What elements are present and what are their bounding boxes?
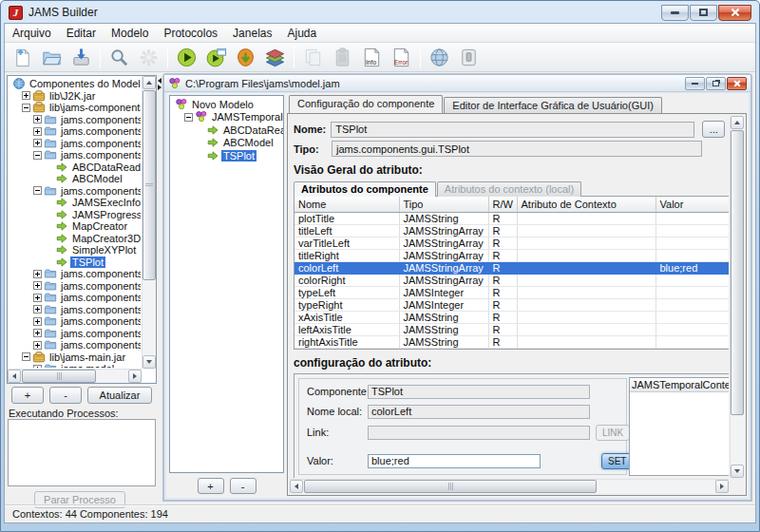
- expand-icon[interactable]: [33, 305, 42, 314]
- run-model-button[interactable]: [173, 45, 200, 70]
- tree-node[interactable]: MapCreator: [9, 220, 141, 233]
- table-row[interactable]: leftAxisTitleJAMSStringR: [294, 323, 729, 335]
- table-row[interactable]: colorRightJAMSStringArrayR: [294, 274, 729, 286]
- scroll-left-button[interactable]: [8, 370, 21, 383]
- error-log-button[interactable]: Error: [388, 45, 415, 70]
- expand-icon[interactable]: [33, 281, 42, 290]
- tree-node[interactable]: TSPlot: [9, 256, 141, 269]
- refresh-button[interactable]: Atualizar: [87, 387, 152, 404]
- model-add-button[interactable]: +: [198, 478, 224, 494]
- column-header-atributo-de-contexto[interactable]: Atributo de Contexto: [517, 197, 656, 212]
- tree-node[interactable]: lib\J2K.jar: [9, 90, 141, 103]
- tree-node[interactable]: JAMSTemporalContext: [171, 111, 282, 124]
- tree-node[interactable]: jams.components.tool: [9, 339, 141, 352]
- expand-right-icon[interactable]: [158, 85, 162, 90]
- context-list-header[interactable]: JAMSTemporalContext: [630, 378, 729, 392]
- config-hscrollbar[interactable]: [290, 479, 729, 493]
- table-row[interactable]: titleRightJAMSStringArrayR: [294, 249, 729, 261]
- expand-icon[interactable]: [33, 365, 42, 368]
- run-model-gui-button[interactable]: [202, 45, 230, 70]
- web-button[interactable]: [426, 45, 453, 70]
- model-remove-button[interactable]: -: [230, 478, 256, 494]
- collapse-left-icon[interactable]: [158, 78, 162, 84]
- hscrollbar-thumb[interactable]: [22, 370, 96, 383]
- collapse-icon[interactable]: [22, 352, 30, 361]
- info-log-button[interactable]: Info: [358, 45, 386, 70]
- frame-close-button[interactable]: [727, 77, 747, 90]
- expand-icon[interactable]: [33, 329, 42, 337]
- table-row[interactable]: xAxisTitleJAMSStringR: [294, 311, 729, 323]
- expand-icon[interactable]: [22, 91, 30, 100]
- model-upload-button[interactable]: [232, 45, 259, 70]
- scroll-down-button[interactable]: [142, 355, 156, 369]
- running-processes-list[interactable]: [8, 419, 156, 486]
- expand-icon[interactable]: [33, 127, 42, 136]
- component-remove-button[interactable]: -: [49, 387, 82, 404]
- scroll-right-button[interactable]: [128, 370, 142, 383]
- table-row[interactable]: plotTitleJAMSStringR: [294, 212, 729, 224]
- collapse-icon[interactable]: [22, 104, 30, 112]
- new-model-button[interactable]: [9, 45, 36, 70]
- components-tree-hscrollbar[interactable]: [8, 369, 142, 383]
- tree-node[interactable]: jams.model: [9, 363, 141, 368]
- tree-node[interactable]: jams.components.mac: [9, 292, 141, 304]
- menu-arquivo[interactable]: Arquivo: [5, 25, 59, 42]
- tree-node[interactable]: ABCModel: [9, 173, 141, 185]
- tree-node[interactable]: jams.components.regi: [9, 328, 141, 340]
- expand-icon[interactable]: [33, 294, 42, 302]
- table-row[interactable]: varTitleLeftJAMSStringArrayR: [294, 237, 729, 249]
- tree-node[interactable]: jams.components.opti: [9, 304, 141, 316]
- frame-restore-button[interactable]: [706, 77, 726, 90]
- scroll-up-button[interactable]: [731, 116, 744, 129]
- tree-node[interactable]: TSPlot: [171, 149, 282, 162]
- nome-field[interactable]: TSPlot: [331, 122, 694, 138]
- tree-node[interactable]: jams.components.con: [9, 125, 141, 138]
- tree-node[interactable]: SimpleXYPlot: [9, 244, 141, 256]
- tree-node[interactable]: lib\jams-main.jar: [9, 352, 141, 364]
- expand-icon[interactable]: [33, 270, 42, 278]
- table-row[interactable]: titleLeftJAMSStringArrayR: [294, 224, 729, 237]
- scroll-right-button[interactable]: [715, 480, 729, 493]
- menu-protocolos[interactable]: Protocolos: [156, 25, 225, 42]
- expand-icon[interactable]: [33, 341, 42, 350]
- collapse-icon[interactable]: [184, 113, 193, 122]
- save-model-button[interactable]: [67, 45, 95, 70]
- minimize-button[interactable]: [661, 5, 689, 21]
- menu-ajuda[interactable]: Ajuda: [279, 25, 324, 42]
- config-vscrollbar[interactable]: [730, 116, 744, 478]
- table-row[interactable]: rightAxisTitleJAMSStringR: [294, 335, 729, 348]
- close-button[interactable]: [718, 5, 751, 21]
- vscrollbar-thumb[interactable]: [142, 90, 156, 280]
- tree-node[interactable]: jams.components.deb: [9, 138, 141, 150]
- tree-node[interactable]: Componentes do Modelo: [9, 78, 141, 90]
- tree-node[interactable]: JAMSExecInfo: [9, 197, 141, 209]
- tree-node[interactable]: jams.components.io: [9, 280, 141, 293]
- hscrollbar-thumb[interactable]: [304, 480, 597, 493]
- tipo-field[interactable]: jams.components.gui.TSPlot: [332, 141, 702, 157]
- tab-atributos-componente[interactable]: Atributos do componente: [294, 181, 436, 197]
- column-header-valor[interactable]: Valor: [656, 197, 729, 212]
- tab-configuracao-componente[interactable]: Configuração do componente: [289, 95, 443, 113]
- table-row[interactable]: typeLeftJAMSIntegerR: [294, 286, 729, 298]
- tree-node[interactable]: lib\jams-components.jar: [9, 102, 141, 114]
- table-row[interactable]: colorLeftJAMSStringArrayRblue;red: [294, 261, 729, 274]
- scroll-up-button[interactable]: [142, 76, 156, 89]
- device-button[interactable]: [455, 45, 483, 70]
- title-bar[interactable]: J JAMS Builder: [2, 2, 758, 23]
- tab-editor-gui[interactable]: Editor de Interface Gráfica de Usuário(G…: [444, 97, 662, 113]
- valor-field[interactable]: blue;red: [368, 454, 541, 468]
- column-header-tipo[interactable]: Tipo: [399, 197, 488, 212]
- open-model-button[interactable]: [38, 45, 66, 70]
- menu-janelas[interactable]: Janelas: [225, 25, 279, 42]
- table-row[interactable]: typeRightJAMSIntegerR: [294, 298, 729, 311]
- collapse-icon[interactable]: [33, 186, 42, 195]
- tree-node[interactable]: ABCDataReader: [171, 124, 282, 137]
- context-list[interactable]: JAMSTemporalContext: [629, 377, 729, 476]
- tree-node[interactable]: JAMSProgress: [9, 209, 141, 221]
- expand-icon[interactable]: [33, 317, 42, 326]
- component-add-button[interactable]: +: [11, 387, 44, 404]
- menu-editar[interactable]: Editar: [59, 25, 104, 42]
- expand-icon[interactable]: [33, 139, 42, 147]
- collapse-icon[interactable]: [33, 151, 42, 160]
- scroll-left-button[interactable]: [290, 480, 303, 493]
